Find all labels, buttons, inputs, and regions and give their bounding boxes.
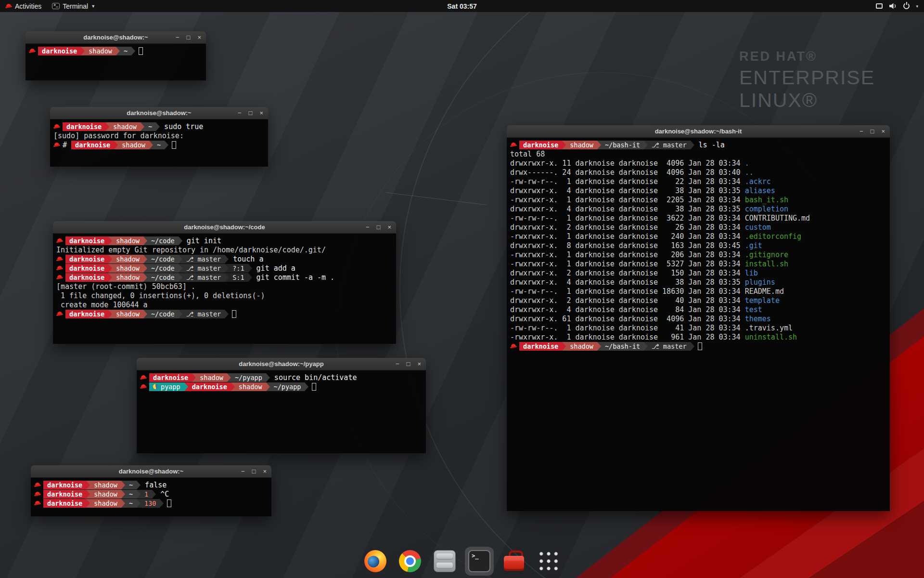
maximize-button[interactable]: □ — [249, 107, 253, 119]
window-titlebar[interactable]: darknoise@shadow:~/code−□× — [53, 221, 396, 234]
prompt-segment-path: ~/pyapp — [231, 373, 266, 382]
terminal-body[interactable]: darknoiseshadow~/code git initInitialize… — [53, 234, 396, 344]
ls-filename: .ackrc — [745, 177, 771, 186]
redhat-icon — [53, 142, 60, 147]
terminal-line: -rw-rw-r--. 1 darknoise darknoise 3622 J… — [510, 213, 886, 223]
terminal-window: darknoise@shadow:~/bash-it−□×darknoisesh… — [507, 125, 890, 511]
powerline-separator — [108, 264, 112, 273]
ls-columns: -rwxrwxr-x. 1 darknoise darknoise 5327 J… — [510, 260, 745, 268]
powerline-separator — [121, 490, 125, 499]
close-button[interactable]: × — [197, 31, 201, 44]
terminal-line: 1 file changed, 0 insertions(+), 0 delet… — [56, 291, 393, 300]
close-button[interactable]: × — [417, 358, 421, 370]
terminal-window: darknoise@shadow:~/pyapp−□×darknoiseshad… — [137, 358, 426, 453]
minimize-button[interactable]: − — [176, 31, 180, 44]
window-titlebar[interactable]: darknoise@shadow:~/pyapp−□× — [137, 358, 426, 370]
terminal-body[interactable]: darknoiseshadow~/bash-it⎇ master ls -lat… — [507, 138, 890, 511]
powerline-separator — [179, 264, 182, 273]
terminal-body[interactable]: darknoiseshadow~ falsedarknoiseshadow~1 … — [31, 478, 271, 516]
terminal-line: drwxrwxr-x. 4 darknoise darknoise 38 Jan… — [510, 186, 886, 195]
redhat-icon — [5, 3, 12, 9]
powerline-separator — [248, 264, 252, 273]
app-menu[interactable]: Terminal ▼ — [47, 0, 101, 12]
minimize-button[interactable]: − — [860, 125, 863, 138]
terminal-line: -rwxrwxr-x. 1 darknoise darknoise 206 Ja… — [510, 250, 886, 259]
dock-item-firefox[interactable] — [361, 547, 390, 576]
output-text: 1 file changed, 0 insertions(+), 0 delet… — [56, 291, 265, 300]
maximize-button[interactable]: □ — [377, 221, 381, 234]
window-titlebar[interactable]: darknoise@shadow:~−□× — [26, 31, 206, 44]
command-text: source bin/activate — [270, 373, 357, 382]
close-button[interactable]: × — [263, 465, 267, 478]
ls-columns: drwxrwxr-x. 2 darknoise darknoise 40 Jan… — [510, 296, 745, 305]
prompt-segment-user: darknoise — [43, 499, 86, 508]
output-text: [master (root-commit) 50bcb63] . — [56, 282, 195, 291]
powerline-separator — [108, 255, 112, 263]
window-titlebar[interactable]: darknoise@shadow:~−□× — [50, 107, 268, 119]
ls-filename: aliases — [745, 186, 775, 195]
window-titlebar[interactable]: darknoise@shadow:~/bash-it−□× — [507, 125, 890, 138]
redhat-icon — [510, 142, 517, 147]
dock-item-files[interactable] — [430, 547, 459, 576]
dock-item-chrome[interactable] — [396, 547, 424, 576]
minimize-button[interactable]: − — [241, 465, 245, 478]
prompt-segment-path: ~ — [125, 499, 137, 508]
activities-label: Activities — [15, 2, 41, 10]
ls-filename: template — [745, 296, 780, 305]
dock-item-terminal[interactable] — [465, 547, 494, 576]
prompt-segment-status: ?:1 — [229, 264, 248, 273]
powerline-separator — [165, 141, 168, 149]
window-controls: −□× — [176, 31, 206, 44]
minimize-button[interactable]: − — [366, 221, 370, 234]
terminal-line: drwx------. 24 darknoise darknoise 4096 … — [510, 168, 886, 177]
close-button[interactable]: × — [387, 221, 391, 234]
minimize-button[interactable]: − — [238, 107, 242, 119]
screen-icon — [876, 3, 883, 9]
prompt-segment-host: shadow — [118, 141, 149, 149]
activities-button[interactable]: Activities — [0, 0, 47, 12]
terminal-body[interactable]: darknoiseshadow~/pyapp source bin/activa… — [137, 370, 426, 453]
dock-item-app-grid[interactable] — [534, 547, 563, 576]
close-button[interactable]: × — [881, 125, 885, 138]
window-title: darknoise@shadow:~ — [50, 109, 268, 117]
terminal-line: darknoiseshadow~/code git init — [56, 236, 393, 245]
prompt-segment-host: shadow — [112, 273, 143, 282]
command-text: git init — [182, 236, 221, 245]
close-button[interactable]: × — [259, 107, 263, 119]
clock[interactable]: Sat 03:57 — [447, 2, 476, 10]
maximize-button[interactable]: □ — [871, 125, 874, 138]
prompt-segment-host: shadow — [112, 264, 143, 273]
terminal-line: drwxrwxr-x. 2 darknoise darknoise 150 Ja… — [510, 268, 886, 277]
ls-columns: -rwxrwxr-x. 1 darknoise darknoise 2205 J… — [510, 196, 745, 204]
prompt-segment-host: shadow — [109, 122, 141, 131]
prompt-segment-user: darknoise — [43, 481, 86, 489]
dock-item-toolbox[interactable] — [500, 547, 528, 576]
ls-filename: install.sh — [745, 260, 788, 268]
terminal-body[interactable]: darknoiseshadow~ — [26, 44, 206, 80]
prompt-segment-git: ⎇ master — [182, 264, 225, 273]
prompt-segment-path: ~/code — [147, 310, 179, 318]
minimize-button[interactable]: − — [396, 358, 399, 370]
prompt-segment-path: ~/pyapp — [270, 382, 305, 391]
ls-filename: lib — [745, 269, 758, 277]
window-titlebar[interactable]: darknoise@shadow:~−□× — [31, 465, 271, 478]
powerline-separator — [137, 490, 141, 499]
prompt-segment-user: darknoise — [519, 141, 562, 149]
terminal-cursor — [167, 499, 171, 507]
maximize-button[interactable]: □ — [187, 31, 191, 44]
ls-columns: -rw-rw-r--. 1 darknoise darknoise 18630 … — [510, 287, 745, 296]
maximize-button[interactable]: □ — [407, 358, 411, 370]
terminal-body[interactable]: darknoiseshadow~ sudo true[sudo] passwor… — [50, 119, 268, 167]
powerline-separator — [225, 255, 229, 263]
maximize-button[interactable]: □ — [252, 465, 256, 478]
system-menu[interactable]: ▾ — [876, 0, 924, 12]
prompt-segment-exit: 130 — [141, 499, 160, 508]
terminal-line: darknoiseshadow~/code⎇ master?:1 git add… — [56, 263, 393, 273]
terminal-line: darknoiseshadow~/bash-it⎇ master — [510, 342, 886, 351]
prompt-segment-git: ⎇ master — [648, 342, 690, 351]
powerline-separator — [644, 342, 648, 351]
command-text: ^C — [156, 490, 169, 499]
ls-filename: themes — [745, 315, 771, 323]
terminal-line: darknoiseshadow~130 — [34, 499, 268, 508]
ls-columns: drwxrwxr-x. 61 darknoise darknoise 4096 … — [510, 315, 745, 323]
